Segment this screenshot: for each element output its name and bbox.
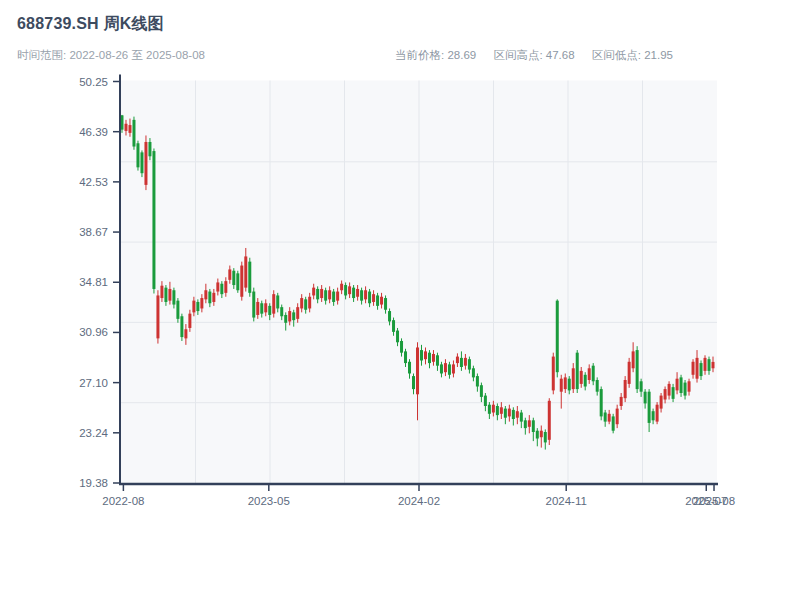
candle-up xyxy=(424,351,427,359)
candle-down xyxy=(180,316,183,337)
candle-up xyxy=(656,405,659,422)
candle-down xyxy=(420,350,423,360)
candle-down xyxy=(220,284,223,294)
candle-up xyxy=(500,407,503,414)
candle-up xyxy=(540,431,543,438)
candle-down xyxy=(280,307,283,316)
candle-up xyxy=(296,307,299,319)
candle-down xyxy=(600,389,603,416)
candle-down xyxy=(544,432,547,442)
candle-down xyxy=(576,353,579,389)
candle-down xyxy=(404,351,407,363)
candle-up xyxy=(564,377,567,389)
candle-down xyxy=(596,380,599,392)
candle-down xyxy=(384,298,387,310)
y-axis-label: 50.25 xyxy=(79,76,108,88)
candle-up xyxy=(492,405,495,413)
candle-down xyxy=(260,303,263,313)
x-axis-label: 2023-05 xyxy=(248,495,290,507)
candle-down xyxy=(408,362,411,374)
candle-down xyxy=(268,306,271,315)
candle-up xyxy=(452,364,455,373)
candle-down xyxy=(644,392,647,404)
candle-up xyxy=(224,281,227,293)
candle-up xyxy=(588,368,591,380)
candle-down xyxy=(136,143,139,167)
candle-up xyxy=(688,381,691,391)
candle-down xyxy=(400,341,403,353)
candle-down xyxy=(504,409,507,418)
candle-down xyxy=(344,285,347,295)
candle-up xyxy=(432,354,435,362)
candle-up xyxy=(364,290,367,299)
candle-up xyxy=(692,362,695,375)
candle-up xyxy=(548,401,551,440)
candle-up xyxy=(124,124,127,131)
candle-up xyxy=(620,397,623,406)
candle-down xyxy=(368,292,371,304)
candle-down xyxy=(164,288,167,302)
candle-up xyxy=(356,289,359,297)
candle-up xyxy=(444,363,447,372)
candle-down xyxy=(496,406,499,415)
candle-up xyxy=(288,311,291,321)
candle-down xyxy=(304,299,307,309)
candle-up xyxy=(616,409,619,425)
candle-down xyxy=(436,355,439,365)
y-axis-label: 30.96 xyxy=(79,326,108,338)
candle-down xyxy=(232,271,235,285)
candle-up xyxy=(560,379,563,392)
candle-down xyxy=(488,405,491,414)
x-axis-label: 2025-08 xyxy=(693,495,735,507)
candle-down xyxy=(700,363,703,376)
candle-up xyxy=(704,358,707,371)
candle-down xyxy=(536,431,539,439)
candle-down xyxy=(332,292,335,302)
candle-up xyxy=(336,292,339,301)
candle-up xyxy=(300,298,303,308)
candle-down xyxy=(140,152,143,173)
candle-down xyxy=(512,410,515,419)
candle-down xyxy=(376,295,379,305)
y-axis-label: 34.81 xyxy=(79,276,108,288)
candle-up xyxy=(156,295,159,338)
candle-up xyxy=(348,286,351,294)
candle-down xyxy=(612,416,615,430)
y-axis-label: 19.38 xyxy=(79,477,108,489)
candle-down xyxy=(472,368,475,377)
candle-down xyxy=(172,290,175,304)
candle-down xyxy=(292,312,295,320)
candle-up xyxy=(272,294,275,314)
candle-down xyxy=(680,377,683,393)
candle-down xyxy=(276,295,279,308)
candle-down xyxy=(388,311,391,321)
candle-up xyxy=(160,286,163,298)
candle-up xyxy=(328,290,331,299)
candle-up xyxy=(712,362,715,368)
candle-up xyxy=(660,396,663,409)
candle-up xyxy=(608,414,611,422)
candle-up xyxy=(416,347,419,394)
candle-down xyxy=(636,350,639,389)
candle-down xyxy=(448,364,451,374)
candle-up xyxy=(572,368,575,389)
candle-down xyxy=(520,413,523,422)
candle-up xyxy=(200,298,203,308)
candle-down xyxy=(708,359,711,371)
candle-up xyxy=(192,301,195,313)
candle-down xyxy=(672,387,675,399)
x-axis-label: 2024-02 xyxy=(398,495,440,507)
candle-up xyxy=(244,256,247,287)
candle-down xyxy=(252,292,255,318)
candle-down xyxy=(556,301,559,373)
candle-down xyxy=(480,385,483,397)
candle-up xyxy=(204,290,207,299)
candle-down xyxy=(236,273,239,290)
candle-up xyxy=(632,351,635,368)
candle-up xyxy=(676,379,679,391)
candle-up xyxy=(528,420,531,427)
y-axis-label: 46.39 xyxy=(79,126,108,138)
x-axis-label: 2022-08 xyxy=(102,495,144,507)
candle-up xyxy=(128,125,131,133)
candle-up xyxy=(216,282,219,291)
